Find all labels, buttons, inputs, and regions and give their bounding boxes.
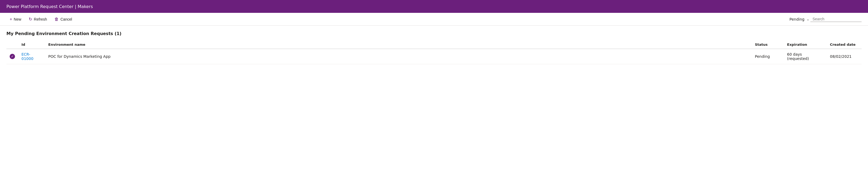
request-id-link[interactable]: ECR-01000 bbox=[22, 52, 33, 61]
table-header-row: Id Environment name Status Expiration Cr… bbox=[6, 40, 862, 49]
plus-icon: + bbox=[10, 17, 12, 22]
header-bar: Power Platform Request Center | Makers bbox=[0, 0, 868, 13]
col-header-status[interactable]: Status bbox=[752, 40, 784, 49]
selected-checkmark-icon: ✓ bbox=[10, 54, 15, 59]
col-header-expiration[interactable]: Expiration bbox=[784, 40, 827, 49]
table-wrapper: Id Environment name Status Expiration Cr… bbox=[0, 40, 868, 64]
requests-table: Id Environment name Status Expiration Cr… bbox=[6, 40, 862, 64]
cell-expiration: 60 days (requested) bbox=[784, 49, 827, 64]
refresh-button-label: Refresh bbox=[34, 17, 47, 22]
cell-id[interactable]: ECR-01000 bbox=[18, 49, 45, 64]
toolbar: + New ↻ Refresh 🗑 Cancel Pending ⌄ bbox=[0, 13, 868, 26]
new-button-label: New bbox=[14, 17, 21, 22]
col-header-env-name[interactable]: Environment name bbox=[45, 40, 752, 49]
cell-env-name: POC for Dynamics Marketing App bbox=[45, 49, 752, 64]
row-selector[interactable]: ✓ bbox=[6, 49, 18, 64]
section-title: My Pending Environment Creation Requests… bbox=[0, 26, 868, 40]
cancel-button-label: Cancel bbox=[60, 17, 72, 22]
table-row[interactable]: ✓ECR-01000POC for Dynamics Marketing App… bbox=[6, 49, 862, 64]
cell-created-date: 08/02/2021 bbox=[827, 49, 862, 64]
search-input[interactable] bbox=[812, 17, 860, 21]
new-button[interactable]: + New bbox=[6, 15, 24, 23]
chevron-down-icon[interactable]: ⌄ bbox=[807, 17, 809, 21]
cell-status: Pending bbox=[752, 49, 784, 64]
refresh-button[interactable]: ↻ Refresh bbox=[26, 15, 50, 23]
cancel-button[interactable]: 🗑 Cancel bbox=[51, 15, 75, 23]
filter-area: Pending ⌄ bbox=[789, 17, 809, 22]
filter-value: Pending bbox=[789, 17, 804, 22]
selector-column-header bbox=[6, 40, 18, 49]
col-header-created-date[interactable]: Created date bbox=[827, 40, 862, 49]
refresh-icon: ↻ bbox=[29, 16, 32, 22]
delete-icon: 🗑 bbox=[54, 17, 59, 22]
app-title: Power Platform Request Center | Makers bbox=[6, 4, 93, 9]
col-header-id[interactable]: Id bbox=[18, 40, 45, 49]
search-box[interactable] bbox=[810, 16, 862, 22]
